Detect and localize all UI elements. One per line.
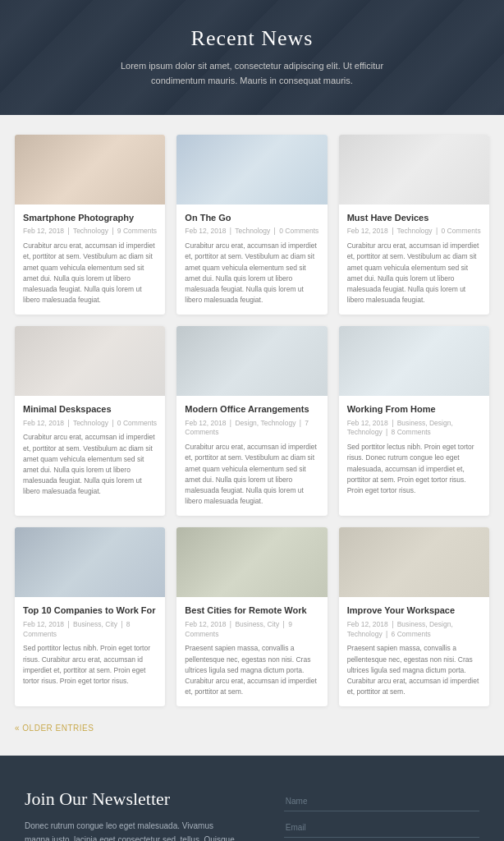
- news-card[interactable]: Top 10 Companies to Work For Feb 12, 201…: [15, 527, 165, 706]
- card-excerpt: Curabitur arcu erat, accumsan id imperdi…: [23, 241, 157, 306]
- card-body: Working From Home Feb 12, 2018 | Busines…: [339, 396, 489, 505]
- card-title: Minimal Deskspaces: [23, 403, 157, 415]
- card-excerpt: Curabitur arcu erat, accumsan id imperdi…: [347, 241, 481, 306]
- card-excerpt: Curabitur arcu erat, accumsan id imperdi…: [185, 241, 318, 306]
- newsletter-section: Join Our Newsletter Donec rutrum congue …: [0, 756, 504, 841]
- card-image: [339, 135, 489, 205]
- card-excerpt: Praesent sapien massa, convallis a pelle…: [347, 643, 481, 697]
- card-meta: Feb 12, 2018 | Technology | 0 Comments: [347, 227, 481, 237]
- name-input[interactable]: [284, 792, 479, 811]
- card-excerpt: Sed porttitor lectus nibh. Proin eget to…: [23, 643, 157, 687]
- news-card[interactable]: Working From Home Feb 12, 2018 | Busines…: [339, 326, 489, 516]
- older-entries-link[interactable]: « OLDER ENTRIES: [15, 724, 94, 733]
- news-card[interactable]: Improve Your Workspace Feb 12, 2018 | Bu…: [339, 527, 489, 706]
- card-body: Minimal Deskspaces Feb 12, 2018 | Techno…: [15, 396, 165, 506]
- card-title: On The Go: [185, 212, 318, 223]
- card-meta: Feb 12, 2018 | Technology | 0 Comments: [185, 227, 318, 237]
- newsletter-form: SUBSCRIBE: [284, 788, 479, 841]
- newsletter-left: Join Our Newsletter Donec rutrum congue …: [25, 788, 259, 841]
- card-image: [176, 326, 327, 396]
- card-image: [339, 326, 489, 396]
- news-card[interactable]: Best Cities for Remote Work Feb 12, 2018…: [176, 527, 327, 706]
- card-image: [15, 527, 165, 597]
- card-body: On The Go Feb 12, 2018 | Technology | 0 …: [176, 205, 327, 315]
- email-input[interactable]: [284, 818, 479, 838]
- card-body: Smartphone Photography Feb 12, 2018 | Te…: [15, 205, 165, 315]
- card-body: Top 10 Companies to Work For Feb 12, 201…: [15, 597, 165, 696]
- news-card[interactable]: Smartphone Photography Feb 12, 2018 | Te…: [15, 135, 165, 315]
- card-meta: Feb 12, 2018 | Business, Design, Technol…: [347, 419, 481, 439]
- news-card[interactable]: Minimal Deskspaces Feb 12, 2018 | Techno…: [15, 326, 165, 516]
- newsletter-title: Join Our Newsletter: [25, 788, 259, 810]
- card-excerpt: Sed porttitor lectus nibh. Proin eget to…: [347, 442, 481, 496]
- card-image: [176, 135, 327, 205]
- card-meta: Feb 12, 2018 | Technology | 9 Comments: [23, 227, 157, 237]
- card-title: Top 10 Companies to Work For: [23, 604, 157, 616]
- card-excerpt: Curabitur arcu erat, accumsan id imperdi…: [185, 442, 318, 507]
- card-meta: Feb 12, 2018 | Business, City | 9 Commen…: [185, 620, 318, 640]
- card-meta: Feb 12, 2018 | Business, City | 8 Commen…: [23, 620, 157, 640]
- older-entries[interactable]: « OLDER ENTRIES: [15, 719, 489, 739]
- card-image: [15, 326, 165, 396]
- card-body: Must Have Devices Feb 12, 2018 | Technol…: [339, 205, 489, 315]
- card-body: Modern Office Arrangements Feb 12, 2018 …: [176, 396, 327, 516]
- hero-section: Recent News Lorem ipsum dolor sit amet, …: [0, 0, 504, 115]
- card-title: Improve Your Workspace: [347, 604, 481, 616]
- card-excerpt: Praesent sapien massa, convallis a pelle…: [185, 643, 318, 697]
- card-meta: Feb 12, 2018 | Technology | 0 Comments: [23, 419, 157, 429]
- card-image: [176, 527, 327, 597]
- card-title: Smartphone Photography: [23, 212, 157, 223]
- news-card[interactable]: Must Have Devices Feb 12, 2018 | Technol…: [339, 135, 489, 315]
- news-grid: Smartphone Photography Feb 12, 2018 | Te…: [15, 135, 489, 706]
- news-card[interactable]: On The Go Feb 12, 2018 | Technology | 0 …: [176, 135, 327, 315]
- card-title: Best Cities for Remote Work: [185, 604, 318, 616]
- card-image: [15, 135, 165, 205]
- hero-subtitle: Lorem ipsum dolor sit amet, consectetur …: [112, 59, 392, 88]
- card-title: Must Have Devices: [347, 212, 481, 223]
- card-title: Modern Office Arrangements: [185, 403, 318, 415]
- card-body: Improve Your Workspace Feb 12, 2018 | Bu…: [339, 597, 489, 706]
- card-title: Working From Home: [347, 403, 481, 415]
- card-body: Best Cities for Remote Work Feb 12, 2018…: [176, 597, 327, 706]
- card-meta: Feb 12, 2018 | Design, Technology | 7 Co…: [185, 419, 318, 439]
- card-meta: Feb 12, 2018 | Business, Design, Technol…: [347, 620, 481, 640]
- newsletter-text: Donec rutrum congue leo eget malesuada. …: [25, 820, 238, 841]
- card-excerpt: Curabitur arcu erat, accumsan id imperdi…: [23, 432, 157, 497]
- news-card[interactable]: Modern Office Arrangements Feb 12, 2018 …: [176, 326, 327, 516]
- page-title: Recent News: [191, 26, 314, 51]
- main-content: Smartphone Photography Feb 12, 2018 | Te…: [0, 115, 504, 756]
- card-image: [339, 527, 489, 597]
